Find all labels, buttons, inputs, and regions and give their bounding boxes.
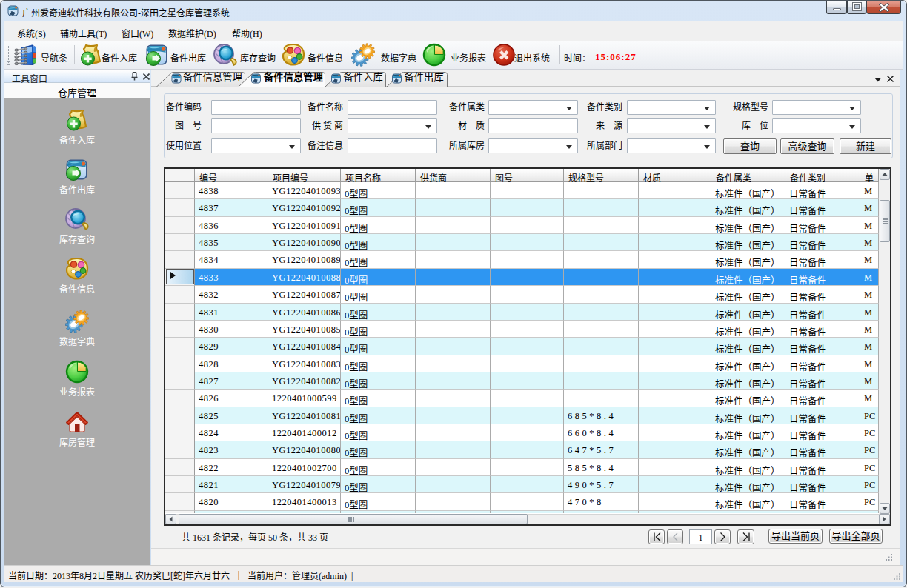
svg-text:备件信息管理: 备件信息管理 — [263, 71, 324, 83]
svg-text:备件出库: 备件出库 — [405, 71, 444, 83]
svg-text:备件信息管理: 备件信息管理 — [183, 71, 242, 83]
svg-text:备件入库: 备件入库 — [344, 71, 383, 83]
